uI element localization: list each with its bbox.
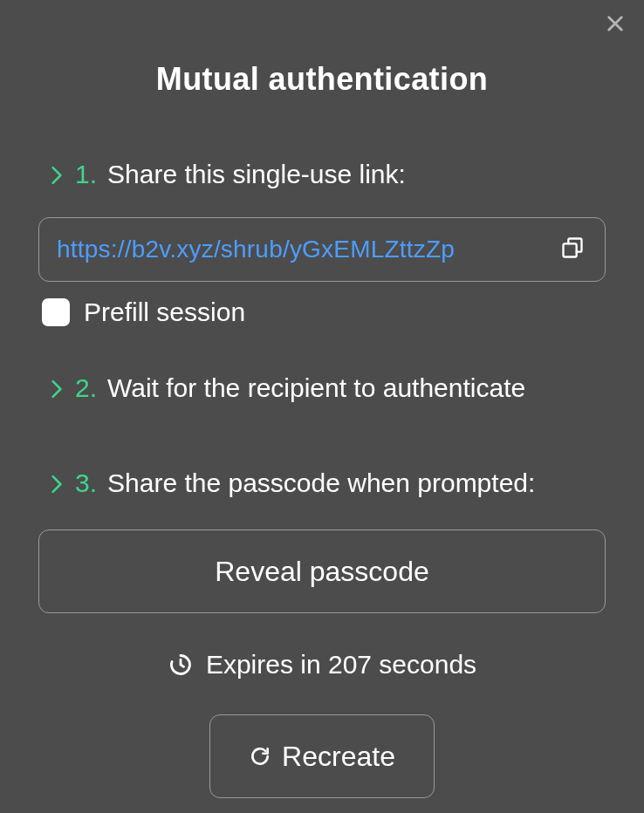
expires-row: Expires in 207 seconds xyxy=(38,650,606,680)
prefill-session-label: Prefill session xyxy=(84,297,245,327)
link-box: https://b2v.xyz/shrub/yGxEMLZttzZp xyxy=(38,217,606,282)
prefill-session-checkbox[interactable] xyxy=(42,298,70,326)
timer-icon xyxy=(168,652,194,678)
share-link[interactable]: https://b2v.xyz/shrub/yGxEMLZttzZp xyxy=(57,236,547,263)
close-icon xyxy=(606,14,625,37)
step-1: 1. Share this single-use link: xyxy=(49,157,606,191)
step-3: 3. Share the passcode when prompted: xyxy=(49,466,606,500)
chevron-right-icon xyxy=(49,379,65,399)
step-text: Wait for the recipient to authenticate xyxy=(107,371,525,405)
svg-rect-2 xyxy=(564,243,577,256)
recreate-button[interactable]: Recreate xyxy=(209,714,435,798)
prefill-session-row: Prefill session xyxy=(42,297,606,327)
reveal-passcode-label: Reveal passcode xyxy=(215,556,428,588)
close-button[interactable] xyxy=(602,12,628,38)
dialog-title: Mutual authentication xyxy=(38,61,606,98)
dialog-content: Mutual authentication 1. Share this sing… xyxy=(0,0,644,798)
recreate-label: Recreate xyxy=(282,741,395,773)
chevron-right-icon xyxy=(49,166,65,185)
chevron-right-icon xyxy=(49,475,65,494)
refresh-icon xyxy=(249,745,271,768)
step-text: Share this single-use link: xyxy=(107,157,406,191)
copy-button[interactable] xyxy=(558,235,587,264)
step-number: 3. xyxy=(75,466,97,500)
reveal-passcode-button[interactable]: Reveal passcode xyxy=(38,529,606,613)
step-text: Share the passcode when prompted: xyxy=(107,466,535,500)
expires-text: Expires in 207 seconds xyxy=(206,650,476,680)
step-2: 2. Wait for the recipient to authenticat… xyxy=(49,371,606,405)
copy-icon xyxy=(560,236,585,263)
step-number: 2. xyxy=(75,371,97,405)
step-number: 1. xyxy=(75,157,97,191)
